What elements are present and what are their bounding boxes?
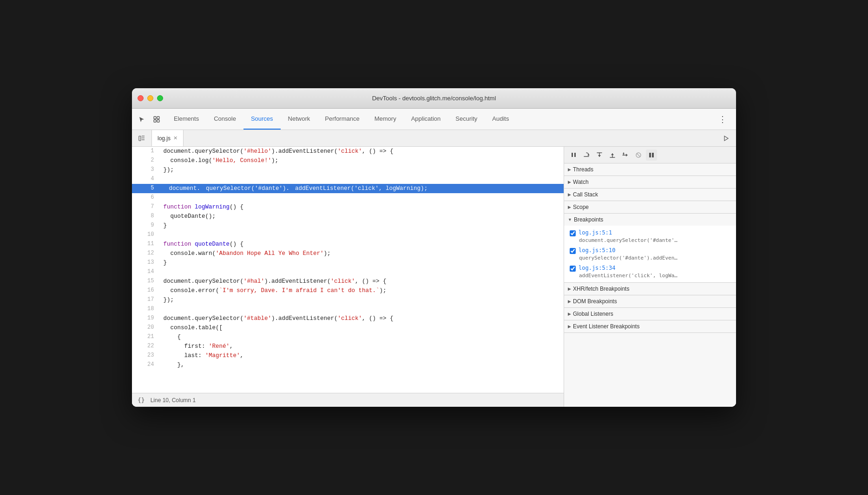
line-number: 14 bbox=[132, 267, 159, 277]
section-header-callstack[interactable]: ▶ Call Stack bbox=[564, 189, 736, 201]
tab-network[interactable]: Network bbox=[281, 109, 318, 130]
step-icon[interactable] bbox=[620, 150, 631, 161]
line-content: }); bbox=[159, 295, 564, 305]
section-header-dom[interactable]: ▶ DOM Breakpoints bbox=[564, 295, 736, 307]
tab-sources[interactable]: Sources bbox=[243, 109, 281, 130]
deactivate-breakpoints-icon[interactable] bbox=[633, 150, 644, 161]
svg-rect-0 bbox=[154, 117, 156, 119]
line-number: 20 bbox=[132, 323, 159, 332]
section-arrow-callstack: ▶ bbox=[568, 192, 571, 197]
file-tab-icons bbox=[132, 130, 152, 146]
section-arrow-xhr: ▶ bbox=[568, 287, 571, 291]
section-header-breakpoints[interactable]: ▼ Breakpoints bbox=[564, 214, 736, 226]
breakpoint-checkbox-1[interactable] bbox=[570, 230, 576, 236]
code-table: 1 document.querySelector('#hello').addEv… bbox=[132, 147, 564, 370]
line-number: 21 bbox=[132, 332, 159, 342]
line-content: document.querySelector('#hal').addEventL… bbox=[159, 277, 564, 286]
breakpoint-label-3: log.js:5:34 bbox=[579, 265, 615, 271]
close-button[interactable] bbox=[138, 95, 144, 101]
status-bar: {} Line 10, Column 1 bbox=[132, 393, 564, 407]
section-event-listeners: ▶ Event Listener Breakpoints bbox=[564, 320, 736, 333]
svg-rect-3 bbox=[157, 120, 159, 122]
svg-marker-20 bbox=[626, 154, 628, 156]
line-number: 1 bbox=[132, 147, 159, 156]
cursor-icon[interactable] bbox=[136, 113, 148, 125]
section-label-breakpoints: Breakpoints bbox=[574, 216, 603, 223]
section-threads: ▶ Threads bbox=[564, 163, 736, 176]
line-number: 2 bbox=[132, 156, 159, 165]
tabbar-tools bbox=[136, 109, 163, 130]
tab-audits[interactable]: Audits bbox=[485, 109, 516, 130]
tab-memory[interactable]: Memory bbox=[367, 109, 404, 130]
section-header-watch[interactable]: ▶ Watch bbox=[564, 176, 736, 188]
svg-rect-4 bbox=[139, 136, 141, 141]
tab-elements[interactable]: Elements bbox=[166, 109, 206, 130]
table-row: 22 first: 'René', bbox=[132, 342, 564, 351]
step-out-icon[interactable] bbox=[607, 150, 618, 161]
svg-rect-26 bbox=[652, 153, 654, 157]
table-row: 20 console.table([ bbox=[132, 323, 564, 332]
svg-marker-8 bbox=[724, 136, 728, 141]
line-content bbox=[159, 305, 564, 314]
section-header-xhr[interactable]: ▶ XHR/fetch Breakpoints bbox=[564, 283, 736, 295]
table-row: 13 } bbox=[132, 258, 564, 267]
breakpoint-code-3: addEventListener('click', logWa… bbox=[579, 273, 714, 279]
devtools-window: DevTools - devtools.glitch.me/console/lo… bbox=[132, 88, 736, 407]
table-row: 16 console.error(`I'm sorry, Dave. I'm a… bbox=[132, 286, 564, 295]
tab-application[interactable]: Application bbox=[404, 109, 448, 130]
section-header-event-listeners[interactable]: ▶ Event Listener Breakpoints bbox=[564, 320, 736, 332]
section-arrow-global: ▶ bbox=[568, 312, 571, 316]
breakpoint-code-2: querySelector('#dante').addEven… bbox=[579, 255, 714, 261]
section-header-global[interactable]: ▶ Global Listeners bbox=[564, 308, 736, 320]
section-breakpoints: ▼ Breakpoints log.js:5:1 document.queryS… bbox=[564, 214, 736, 283]
line-number: 4 bbox=[132, 175, 159, 184]
line-content: { bbox=[159, 332, 564, 342]
breakpoint-checkbox-2[interactable] bbox=[570, 248, 576, 254]
breakpoint-code-1: document.querySelector('#dante'… bbox=[579, 237, 714, 243]
section-scope: ▶ Scope bbox=[564, 201, 736, 214]
line-number: 19 bbox=[132, 314, 159, 323]
dont-pause-icon[interactable] bbox=[646, 150, 657, 161]
tab-console[interactable]: Console bbox=[206, 109, 243, 130]
inspect-icon[interactable] bbox=[151, 113, 163, 125]
line-content: }); bbox=[159, 165, 564, 175]
tabbar-end: ⋮ bbox=[715, 109, 732, 130]
table-row: 8 quoteDante(); bbox=[132, 212, 564, 221]
breakpoint-row-3: log.js:5:34 bbox=[570, 265, 730, 272]
section-header-threads[interactable]: ▶ Threads bbox=[564, 163, 736, 176]
maximize-button[interactable] bbox=[157, 95, 163, 101]
section-header-scope[interactable]: ▶ Scope bbox=[564, 201, 736, 213]
breakpoint-label-1: log.js:5:1 bbox=[579, 229, 612, 236]
line-content: document.querySelector('#dante').addEven… bbox=[159, 184, 564, 193]
line-number: 23 bbox=[132, 351, 159, 360]
more-options-icon[interactable]: ⋮ bbox=[715, 112, 730, 126]
breakpoint-row-2: log.js:5:10 bbox=[570, 247, 730, 254]
right-panel: ▶ Threads ▶ Watch ▶ bbox=[564, 147, 736, 407]
pause-icon[interactable] bbox=[568, 150, 579, 161]
code-editor[interactable]: 1 document.querySelector('#hello').addEv… bbox=[132, 147, 564, 393]
svg-rect-1 bbox=[157, 117, 159, 119]
line-number: 15 bbox=[132, 277, 159, 286]
devtools-tabbar: Elements Console Sources Network Perform… bbox=[132, 109, 736, 130]
step-over-icon[interactable] bbox=[581, 150, 592, 161]
tab-security[interactable]: Security bbox=[448, 109, 485, 130]
svg-line-24 bbox=[637, 153, 640, 157]
minimize-button[interactable] bbox=[147, 95, 153, 101]
file-tab-close-icon[interactable]: ✕ bbox=[173, 135, 178, 141]
execute-icon[interactable] bbox=[720, 132, 732, 144]
table-row: 7 function logWarning() { bbox=[132, 202, 564, 212]
table-row: 12 console.warn('Abandon Hope All Ye Who… bbox=[132, 249, 564, 258]
step-into-icon[interactable] bbox=[594, 150, 605, 161]
line-content: console.log('Hello, Console!'); bbox=[159, 156, 564, 165]
file-tab-logjs[interactable]: log.js ✕ bbox=[152, 130, 184, 146]
file-tabbar: log.js ✕ bbox=[132, 130, 736, 147]
cursor-position: Line 10, Column 1 bbox=[151, 397, 196, 404]
format-icon[interactable]: {} bbox=[138, 397, 145, 404]
sidebar-toggle-icon[interactable] bbox=[136, 132, 148, 144]
breakpoint-checkbox-3[interactable] bbox=[570, 266, 576, 272]
line-number: 16 bbox=[132, 286, 159, 295]
svg-rect-9 bbox=[572, 153, 573, 157]
tab-performance[interactable]: Performance bbox=[317, 109, 367, 130]
breakpoint-item-3: log.js:5:34 addEventListener('click', lo… bbox=[564, 263, 736, 280]
line-content: }, bbox=[159, 360, 564, 370]
